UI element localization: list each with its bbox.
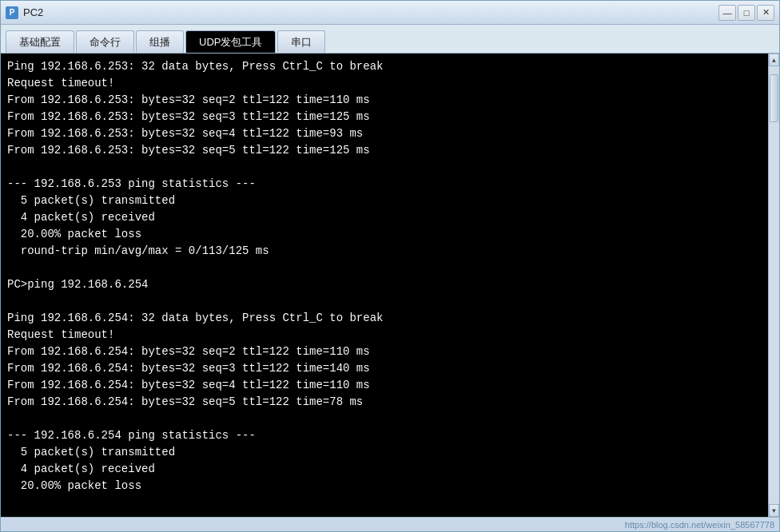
content-area: Ping 192.168.6.253: 32 data bytes, Press… bbox=[1, 54, 779, 517]
tab-bar: 基础配置 命令行 组播 UDP发包工具 串口 bbox=[1, 25, 779, 54]
window-controls: — □ ✕ bbox=[718, 5, 774, 21]
status-bar: https://blog.csdn.net/weixin_58567778 bbox=[1, 517, 779, 531]
scroll-down-button[interactable]: ▼ bbox=[769, 504, 779, 517]
scrollbar: ▲ ▼ bbox=[768, 54, 779, 517]
tab-cmd[interactable]: 命令行 bbox=[76, 30, 134, 53]
app-icon: P bbox=[6, 6, 18, 19]
title-left: P PC2 bbox=[6, 6, 43, 19]
tab-basic[interactable]: 基础配置 bbox=[6, 30, 74, 53]
scroll-up-button[interactable]: ▲ bbox=[769, 54, 779, 66]
watermark-text: https://blog.csdn.net/weixin_58567778 bbox=[625, 520, 774, 530]
scroll-thumb[interactable] bbox=[770, 74, 778, 122]
window-title: PC2 bbox=[23, 6, 43, 18]
scroll-track bbox=[769, 66, 779, 504]
title-bar: P PC2 — □ ✕ bbox=[1, 1, 779, 25]
tab-serial[interactable]: 串口 bbox=[277, 30, 325, 53]
terminal-output[interactable]: Ping 192.168.6.253: 32 data bytes, Press… bbox=[1, 54, 768, 517]
main-window: P PC2 — □ ✕ 基础配置 命令行 组播 UDP发包工具 串口 Ping … bbox=[0, 0, 780, 532]
close-button[interactable]: ✕ bbox=[757, 5, 774, 21]
maximize-button[interactable]: □ bbox=[738, 5, 755, 21]
minimize-button[interactable]: — bbox=[718, 5, 736, 21]
tab-udp[interactable]: UDP发包工具 bbox=[185, 30, 276, 53]
tab-group[interactable]: 组播 bbox=[136, 30, 184, 53]
